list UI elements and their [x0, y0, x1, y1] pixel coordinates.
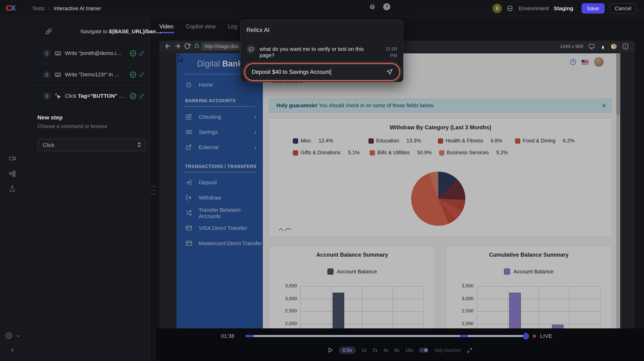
y-axis-tick: 3,500 [456, 283, 474, 288]
bank-help-icon[interactable] [570, 59, 576, 65]
video-camera-icon[interactable] [8, 155, 16, 162]
legend-item: Health & Fitness6.8% [438, 138, 502, 144]
timeline-handle[interactable] [523, 333, 529, 340]
withdraw-by-category-card: Withdraw By Category (Last 3 Months) Mis… [269, 118, 612, 237]
live-label: LIVE [540, 333, 552, 339]
external-link-icon [186, 144, 192, 150]
speed-2x[interactable]: 2x [372, 347, 378, 353]
assistant-message: what do you want me to verify or test on… [260, 46, 375, 58]
bank-nav-label: Deposit [199, 179, 217, 186]
legend-label: Account Balance [514, 269, 554, 275]
bar-chart-legend: Account Balance [269, 269, 435, 275]
test-steps-panel: Navigate to ${BASE_URL}/ban… 1 Write "js… [25, 16, 150, 361]
app-scrollbar[interactable] [616, 53, 620, 328]
bank-nav-label: Mastercard Direct Transfer [199, 240, 262, 246]
bank-nav-withdraw[interactable]: Withdraw [177, 190, 263, 205]
add-plus-icon[interactable] [10, 347, 15, 353]
recorded-cursor-icon [177, 54, 186, 63]
cumulative-balance-summary-card: Cumulative Balance Summary Account Balan… [446, 246, 612, 329]
view-tabs: Video Copilot view Log [160, 20, 237, 33]
command-select[interactable]: Click [38, 139, 146, 151]
step-label: Write "jsmith@demo.i… [65, 50, 121, 56]
cx-logo[interactable]: CX [6, 4, 15, 13]
bank-nav-checking[interactable]: Checking › [177, 109, 263, 124]
dashboard-alert: Holy guacamole! You should check in on s… [269, 99, 612, 113]
tab-video[interactable]: Video [160, 23, 174, 29]
timeline-activity-segment [246, 335, 254, 337]
bank-nav-mastercard-direct-transfer[interactable]: Mastercard Direct Transfer [177, 236, 263, 251]
speed-4x[interactable]: 4x [384, 347, 389, 353]
user-avatar[interactable]: B [492, 3, 502, 13]
sign-in-icon [186, 179, 192, 186]
speed-16x[interactable]: 16x [406, 347, 413, 353]
play-icon[interactable] [328, 347, 333, 353]
speed-0.5x[interactable]: 0.5x [339, 347, 356, 354]
keyboard-icon [54, 50, 61, 56]
step-row-2[interactable]: 2 Write "Demo123!" in … [25, 64, 150, 85]
linux-penguin-icon [600, 43, 606, 49]
chevron-down-icon[interactable] [16, 333, 21, 339]
home-icon [186, 82, 192, 88]
us-flag-icon[interactable] [582, 60, 589, 64]
bank-nav-visa-direct-transfer[interactable]: VISA Direct Transfer [177, 220, 263, 236]
flow-tree-icon[interactable] [8, 170, 16, 177]
flask-icon[interactable] [8, 185, 16, 193]
bank-nav-transfer-between-accounts[interactable]: Transfer Between Accounts [177, 205, 263, 221]
live-dot-icon [533, 335, 536, 338]
credit-card-icon [186, 225, 192, 231]
debug-bug-icon[interactable] [369, 3, 376, 10]
send-icon[interactable] [386, 69, 393, 76]
bar [552, 325, 563, 329]
help-icon[interactable]: ? [383, 3, 390, 10]
chevron-right-icon: › [254, 113, 256, 120]
alert-close-icon[interactable]: ✕ [602, 99, 606, 112]
step-success-icon [130, 50, 136, 56]
settings-gear-icon[interactable] [6, 332, 12, 339]
environment-label: Environment [519, 5, 549, 11]
new-step-subtitle: Choose a command or browse [38, 124, 146, 129]
cancel-button[interactable]: Cancel [609, 3, 637, 13]
browser-forward-icon[interactable] [174, 43, 181, 50]
legend-swatch [328, 269, 334, 275]
step-number-badge: 3 [43, 92, 50, 99]
edit-pencil-icon[interactable] [139, 93, 145, 99]
timeline-track[interactable] [246, 335, 526, 337]
skip-inactive-toggle[interactable] [419, 348, 428, 353]
pie-legend-row-2: Gifts & Donations5.1%Bills & Utilities50… [269, 150, 612, 156]
playback-time: 01:38 [221, 333, 234, 339]
step-row-1[interactable]: 1 Write "jsmith@demo.i… [25, 43, 150, 64]
active-tab-underline [160, 32, 174, 33]
breadcrumb-tests-link[interactable]: Tests [32, 5, 44, 11]
step-number-badge: 2 [43, 71, 50, 78]
y-axis-tick: 3,000 [456, 296, 474, 301]
select-caret-icon [138, 142, 141, 147]
legend-swatch [504, 269, 510, 275]
edit-pencil-icon[interactable] [139, 72, 145, 77]
browser-reload-icon[interactable] [184, 43, 191, 49]
edit-pencil-icon[interactable] [139, 50, 145, 56]
tab-log[interactable]: Log [228, 23, 237, 29]
y-axis-tick: 3,000 [279, 296, 297, 301]
y-axis-tick: 3,500 [279, 283, 297, 288]
fullscreen-icon[interactable] [467, 348, 472, 353]
bank-nav-savings[interactable]: Savings › [177, 124, 263, 140]
save-button[interactable]: Save [582, 3, 604, 13]
panel-resize-handle[interactable] [150, 184, 155, 196]
left-icon-rail [0, 16, 24, 361]
tab-copilot-view[interactable]: Copilot view [186, 23, 216, 29]
assistant-input[interactable]: Deposit $40 to Savings Account [244, 63, 400, 81]
dialog-title: Relicx AI [246, 27, 270, 33]
step-row-3[interactable]: 3 Click Tag="BUTTON" … [25, 85, 150, 107]
bank-user-avatar[interactable] [594, 57, 604, 67]
bank-nav-deposit[interactable]: Deposit [177, 175, 263, 190]
bank-dashboard: Dashboard Holy guacamole! You should che… [263, 53, 616, 328]
environment-value[interactable]: Staging [554, 5, 574, 11]
skip-inactive-label: skip inactive [434, 347, 461, 353]
info-icon[interactable] [622, 43, 629, 50]
step-navigate[interactable]: Navigate to ${BASE_URL}/ban… [25, 20, 150, 42]
speed-1x[interactable]: 1x [362, 347, 367, 353]
speed-8x[interactable]: 8x [394, 347, 400, 353]
step-label: Click Tag="BUTTON" … [65, 93, 124, 99]
browser-back-icon[interactable] [164, 43, 171, 50]
bank-nav-external[interactable]: External › [177, 140, 263, 155]
